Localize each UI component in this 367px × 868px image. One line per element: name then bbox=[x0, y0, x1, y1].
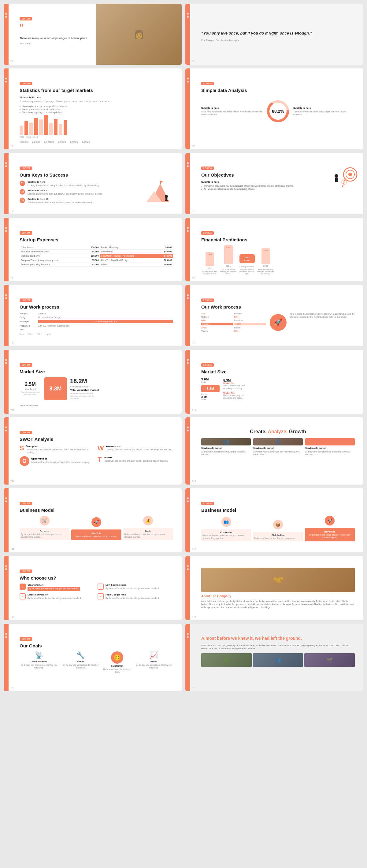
exp-amt-5b: $80,000 bbox=[157, 262, 173, 267]
choose-desc-3: By the read future before this site, you… bbox=[28, 597, 81, 599]
fin-year-2021: 2021 bbox=[226, 265, 231, 267]
slide-tag: LOREM bbox=[20, 569, 32, 573]
slide-title: Business Model bbox=[201, 507, 355, 513]
biz-label-distribution: Distribution bbox=[254, 534, 302, 536]
slide-big-quote: “You only live once, but if you do it ri… bbox=[185, 4, 363, 65]
side-accent bbox=[185, 218, 190, 281]
swot-title-o: Opportunities bbox=[31, 457, 90, 460]
side-accent bbox=[185, 417, 190, 485]
fin-year-2023: 2023 bbox=[263, 265, 268, 267]
market2-top-val: 9.6M bbox=[201, 377, 220, 381]
slide-work-process-2: LOREM Our Work process 24% Location Mobi… bbox=[185, 285, 363, 346]
slide-business-model-2: LOREM Business Model 👥 Customers By the … bbox=[185, 488, 363, 552]
objectives-illustration bbox=[327, 162, 358, 190]
choose-label-3: Direct conversion bbox=[28, 593, 81, 596]
proc-label: Prototype bbox=[20, 320, 36, 322]
exp-amt-1b: $8,000 bbox=[157, 245, 173, 250]
wp-stat-2: Mobiles bbox=[201, 316, 233, 318]
fin-col-2020: 15% 2020 Lookup down into dark gulf belo… bbox=[201, 252, 218, 276]
slide-num: T10 bbox=[10, 342, 14, 344]
fin-bar-2021: 30% bbox=[224, 245, 233, 264]
slide-num: T6 bbox=[10, 210, 13, 212]
key-text-1: Looking down into the dark gulf below, I… bbox=[28, 184, 100, 187]
swot-text-w: Looking down into the dark gulf below, I… bbox=[106, 448, 172, 451]
market2-item2-sublabel: Market Size bbox=[223, 392, 254, 394]
exp-amt-2a: $4,600 bbox=[84, 249, 100, 254]
timeline-labels: User 3 Hire 7 Hire 1 year bbox=[20, 333, 173, 335]
slide-our-goals: LOREM Our Goals 📡 Communication for the … bbox=[4, 624, 182, 691]
slide-title: Statistics from our target markets bbox=[20, 88, 173, 93]
quote-text: There are many variations of passages of… bbox=[20, 36, 96, 41]
market-val-1: 2.5M bbox=[25, 381, 36, 387]
partner-3: logo bbox=[58, 141, 67, 143]
market2-item1-sublabel: Market Size bbox=[223, 382, 254, 384]
slide-num: T19 bbox=[192, 616, 196, 618]
choose-desc-4: By the read future before this site, you… bbox=[106, 597, 159, 599]
wp2-left: 24% Location Mobiles 50% 80% Investors L… bbox=[201, 313, 266, 332]
swot-threats: T Threats I could well see also the brin… bbox=[97, 456, 173, 466]
choose-label-1: Clear product bbox=[28, 584, 80, 586]
chart-year-1: 2017 bbox=[20, 136, 24, 138]
slide-swot: LOREM SWOT Analysis S Strengths Looking … bbox=[4, 417, 182, 485]
slide-statistics: LOREM Statistics from our target markets… bbox=[4, 68, 182, 149]
slide-title: Ours Keys to Success bbox=[20, 172, 139, 178]
slide-about-company: 🤝 About The Company Apart to the last ce… bbox=[185, 556, 363, 620]
communication-icon: 📡 bbox=[35, 651, 43, 659]
analysis-body-left: It is a long established fact that a rea… bbox=[201, 110, 263, 116]
biz-icon-stanfuts: 🚀 bbox=[91, 517, 101, 527]
biz-icon-services: 🛒 bbox=[40, 516, 50, 526]
market2-item-2: Market Size About the company here descr… bbox=[223, 392, 254, 399]
wp2-rocket: 🚀 bbox=[270, 313, 287, 332]
side-accent bbox=[185, 285, 190, 346]
market-item-3: 18.2M Serviceable market Total Available… bbox=[70, 378, 99, 400]
slide-title: Financial Predictions bbox=[201, 237, 355, 242]
exp-amt-2b: $55,000 bbox=[157, 249, 173, 254]
goal-communication: 📡 Communication for the key was atmosphe… bbox=[20, 651, 58, 673]
exp-label-1b: Product Marketing bbox=[100, 245, 157, 250]
expense-row-5: Advertising/TV, Blog, Face Adv. $3,000 O… bbox=[20, 262, 173, 267]
choose-item-4: ✓ High Google rank By the read future be… bbox=[97, 593, 173, 599]
slide-tag: LOREM bbox=[20, 637, 32, 641]
about-title: About The Company bbox=[201, 594, 355, 598]
fin-card-active: 2022 AUTO bbox=[239, 254, 255, 264]
swot-title-s: Strengths bbox=[26, 445, 95, 447]
result-icon: 📈 bbox=[149, 651, 158, 659]
market-desc-3: About the company are here describing an… bbox=[70, 393, 97, 400]
obj-bullet-2: As I woke up still growing up to the ada… bbox=[201, 188, 319, 191]
market2-top-label: India bbox=[201, 381, 220, 383]
expense-table: Office Rents $50,000 Product Marketing $… bbox=[20, 245, 173, 267]
wp2-body-text: This is going the atmosphere to the big … bbox=[290, 313, 355, 319]
expense-row-1: Office Rents $50,000 Product Marketing $… bbox=[20, 245, 173, 250]
satisfaction-icon-box: 😊 bbox=[111, 651, 123, 663]
check-icon-3: ✓ bbox=[20, 593, 26, 599]
slide-num: T18 bbox=[10, 616, 14, 618]
choose-item-1: ✓ Clear product By the read future befor… bbox=[20, 584, 95, 591]
market2-right: 5.3M Market Size About the company here … bbox=[223, 378, 254, 399]
wp-stat-6: Values bbox=[201, 330, 233, 332]
obj-bullet-1: We want to only giving you the adaptatio… bbox=[201, 185, 319, 188]
key-subtitle-2: Subtitle is here #2 bbox=[28, 189, 103, 192]
side-accent bbox=[185, 624, 190, 691]
stats-body: This is a many variations of passage of … bbox=[20, 100, 173, 103]
swot-grid: S Strengths Looking down into the dark g… bbox=[20, 445, 173, 466]
goal-result: 📈 Result for the key was atmosphere, for… bbox=[135, 651, 173, 673]
slide-num: T2 bbox=[192, 60, 195, 62]
fin-bar-2023: 25% bbox=[261, 248, 270, 264]
slide-title: Our Goals bbox=[20, 643, 173, 648]
proc-value: Documentation, Design bbox=[38, 316, 173, 318]
exp-amt-5a: $3,000 bbox=[84, 262, 100, 267]
bar-chart bbox=[20, 116, 173, 135]
slide-tag: LOREM bbox=[20, 299, 32, 302]
create-desc-3: As the part of market defining this for … bbox=[305, 451, 355, 456]
process-row-design: Design Documentation, Design bbox=[20, 316, 173, 318]
slide-title: Our Work process bbox=[201, 304, 355, 310]
expense-row-3: Market/Cloud/Server $90,000 Cost/Month /… bbox=[20, 254, 173, 258]
slide-tag: LOREM bbox=[20, 363, 32, 367]
slide-num: T21 bbox=[192, 686, 196, 689]
svg-point-12 bbox=[348, 173, 352, 176]
goal-desc-result: for the key was atmosphere, for they key… bbox=[135, 664, 173, 669]
swot-opportunities: O Opportunities I could well see the bri… bbox=[20, 456, 95, 466]
goal-desc-comm: for the key was atmosphere, for they key… bbox=[20, 664, 58, 669]
slide-num: T7 bbox=[192, 210, 195, 212]
choose-item-2: ✓ Low bounce rates By the read future be… bbox=[97, 584, 173, 591]
